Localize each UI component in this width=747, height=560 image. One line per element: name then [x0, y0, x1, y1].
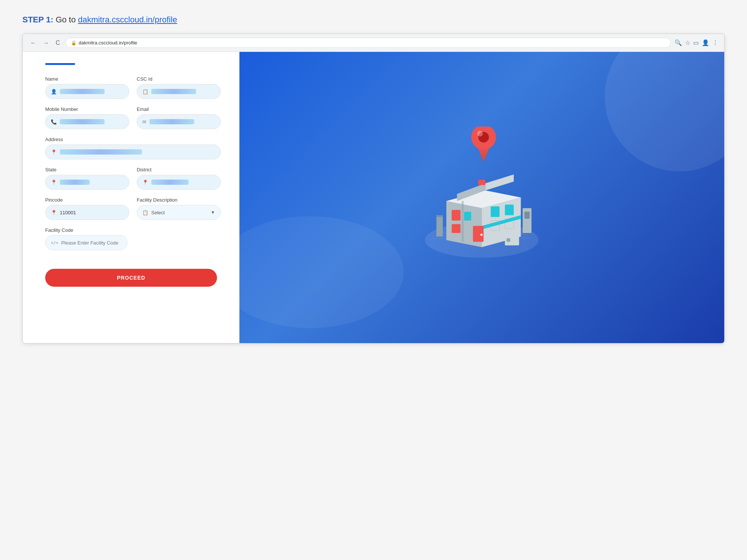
url-text: dakmitra.csccloud.in/profile [79, 40, 137, 46]
address-row: Address 📍 [45, 137, 221, 159]
svg-rect-30 [436, 215, 443, 217]
email-input-wrapper[interactable]: ✉ [137, 114, 221, 129]
svg-rect-20 [462, 201, 464, 242]
svg-rect-10 [452, 210, 461, 221]
facility-desc-label: Facility Description [137, 197, 221, 203]
state-value [60, 180, 90, 185]
state-icon: 📍 [51, 180, 57, 185]
name-input-wrapper[interactable]: 👤 [45, 84, 129, 99]
address-label: Address [45, 137, 221, 142]
mobile-label: Mobile Number [45, 106, 129, 112]
svg-point-19 [480, 234, 483, 236]
state-input-wrapper[interactable]: 📍 [45, 175, 129, 190]
blue-tab [45, 63, 75, 65]
svg-rect-14 [505, 205, 514, 215]
pincode-label: Pincode [45, 197, 129, 203]
step-header: STEP 1: Go to dakmitra.csccloud.in/profi… [22, 15, 725, 25]
id-icon: 📋 [142, 89, 148, 94]
step-label: STEP 1: [22, 15, 53, 24]
svg-rect-12 [464, 212, 471, 221]
facility-code-group: Facility Code </> [45, 227, 127, 250]
district-group: District 📍 [137, 167, 221, 190]
profile-icon[interactable]: 👤 [702, 39, 709, 46]
illustration-panel [239, 52, 724, 343]
user-icon: 👤 [51, 89, 57, 94]
phone-icon: 📞 [51, 119, 57, 125]
cscid-group: CSC Id 📋 [137, 76, 221, 99]
svg-rect-23 [478, 180, 486, 185]
address-icon: 📍 [51, 149, 57, 155]
reload-button[interactable]: C [54, 39, 62, 47]
address-input-wrapper[interactable]: 📍 [45, 144, 221, 159]
svg-marker-22 [486, 174, 514, 190]
state-label: State [45, 167, 129, 172]
browser-content: Name 👤 CSC Id 📋 Mobile Num [23, 52, 724, 343]
mobile-value [60, 119, 105, 124]
email-group: Email ✉ [137, 106, 221, 129]
url-bar[interactable]: 🔒 dakmitra.csccloud.in/profile [65, 38, 671, 48]
facility-code-input-wrapper[interactable]: </> [45, 235, 127, 250]
email-value [149, 119, 194, 124]
pincode-icon: 📍 [51, 210, 57, 215]
code-icon: </> [51, 240, 58, 245]
mobile-group: Mobile Number 📞 [45, 106, 129, 129]
svg-rect-13 [491, 206, 500, 217]
facility-desc-select[interactable]: Select Post Office Bank CSC [151, 210, 215, 215]
browser-window: ← → C 🔒 dakmitra.csccloud.in/profile 🔍 ☆… [22, 34, 725, 343]
svg-rect-32 [524, 212, 530, 219]
address-value [60, 149, 142, 155]
lock-icon: 🔒 [71, 40, 77, 46]
mobile-email-row: Mobile Number 📞 Email ✉ [45, 106, 221, 129]
facility-code-input[interactable] [61, 240, 122, 246]
district-label: District [137, 167, 221, 172]
cscid-value [151, 89, 196, 94]
svg-rect-34 [507, 238, 511, 242]
facility-desc-input-wrapper[interactable]: 📋 Select Post Office Bank CSC ▼ [137, 205, 221, 220]
district-value [151, 180, 189, 185]
step-link[interactable]: dakmitra.csccloud.in/profile [78, 15, 177, 24]
name-value [60, 89, 105, 94]
browser-actions: 🔍 ☆ ▭ 👤 ⋮ [675, 39, 718, 46]
mobile-input-wrapper[interactable]: 📞 [45, 114, 129, 129]
cscid-input-wrapper[interactable]: 📋 [137, 84, 221, 99]
facility-desc-select-wrapper[interactable]: Select Post Office Bank CSC ▼ [151, 210, 215, 215]
proceed-button[interactable]: PROCEED [45, 269, 217, 287]
svg-rect-11 [452, 224, 461, 233]
email-label: Email [137, 106, 221, 112]
facility-code-row: Facility Code </> [45, 227, 221, 250]
facility-code-label: Facility Code [45, 227, 127, 233]
building-illustration [411, 127, 553, 268]
facility-desc-group: Facility Description 📋 Select Post Offic… [137, 197, 221, 220]
address-group: Address 📍 [45, 137, 221, 159]
svg-point-26 [477, 131, 483, 136]
name-label: Name [45, 76, 129, 82]
step-description: Go to [56, 15, 78, 24]
svg-rect-29 [436, 215, 443, 237]
browser-bar: ← → C 🔒 dakmitra.csccloud.in/profile 🔍 ☆… [23, 34, 724, 52]
svg-marker-28 [477, 146, 490, 162]
back-button[interactable]: ← [29, 39, 38, 47]
name-cscid-row: Name 👤 CSC Id 📋 [45, 76, 221, 99]
district-icon: 📍 [142, 180, 148, 185]
name-group: Name 👤 [45, 76, 129, 99]
form-panel: Name 👤 CSC Id 📋 Mobile Num [23, 52, 239, 343]
facility-desc-icon: 📋 [142, 210, 148, 215]
state-district-row: State 📍 District 📍 [45, 167, 221, 190]
search-icon[interactable]: 🔍 [675, 39, 682, 46]
state-group: State 📍 [45, 167, 129, 190]
forward-button[interactable]: → [41, 39, 50, 47]
tab-icon[interactable]: ▭ [693, 39, 699, 46]
pincode-group: Pincode 📍 110001 [45, 197, 129, 220]
pincode-input[interactable]: 110001 [60, 210, 124, 215]
pincode-facility-row: Pincode 📍 110001 Facility Description 📋 … [45, 197, 221, 220]
email-icon: ✉ [142, 119, 146, 125]
cscid-label: CSC Id [137, 76, 221, 82]
bookmark-icon[interactable]: ☆ [685, 39, 690, 46]
district-input-wrapper[interactable]: 📍 [137, 175, 221, 190]
pincode-input-wrapper[interactable]: 📍 110001 [45, 205, 129, 220]
menu-icon[interactable]: ⋮ [712, 39, 718, 46]
